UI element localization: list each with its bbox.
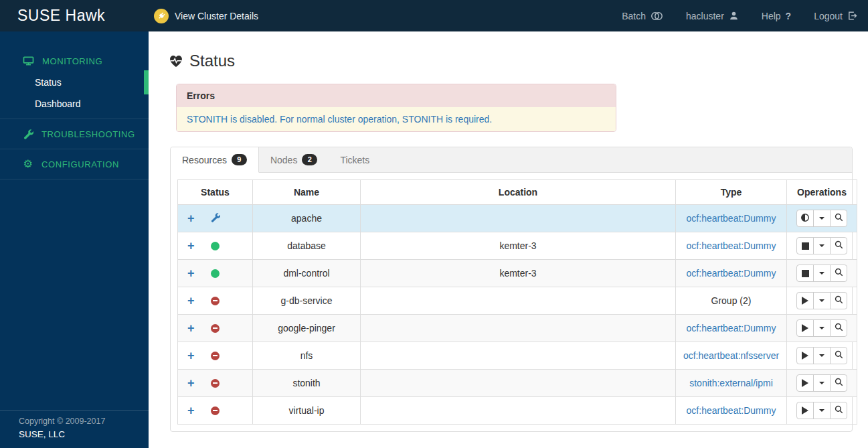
stopped-status-icon (211, 379, 220, 388)
search-icon (835, 213, 843, 224)
details-button[interactable] (830, 292, 847, 309)
caret-down-icon (819, 272, 824, 275)
resource-name: g-db-service (253, 287, 361, 315)
search-icon (835, 323, 843, 333)
caret-down-icon (819, 244, 824, 247)
details-button[interactable] (830, 319, 847, 337)
operations-dropdown-button[interactable] (813, 237, 831, 254)
tab-nodes[interactable]: Nodes 2 (259, 147, 329, 172)
details-button[interactable] (830, 374, 847, 392)
running-status-icon (211, 269, 220, 278)
sidebar-item-monitoring[interactable]: MONITORING (0, 50, 149, 72)
column-header-status: Status (178, 180, 253, 205)
operations-group (796, 265, 847, 282)
primary-operation-button[interactable] (796, 292, 814, 309)
stop-icon (802, 270, 809, 277)
stopped-status-icon (211, 324, 220, 333)
operations-dropdown-button[interactable] (813, 292, 831, 309)
sidebar-item-troubleshooting[interactable]: TROUBLESHOOTING (0, 123, 149, 145)
page-title: Status (189, 52, 235, 70)
operations-dropdown-button[interactable] (813, 347, 831, 364)
table-row: +stonithstonith:external/ipmi (178, 370, 857, 397)
expand-row-icon[interactable]: + (187, 296, 195, 305)
resource-location (361, 315, 676, 342)
details-button[interactable] (830, 237, 847, 254)
expand-row-icon[interactable]: + (187, 323, 195, 333)
resource-name: stonith (253, 370, 361, 397)
primary-operation-button[interactable] (796, 237, 814, 254)
operations-group (796, 237, 847, 254)
resource-location (361, 370, 676, 397)
table-row: +g-db-serviceGroup (2) (178, 287, 857, 315)
resource-type-link[interactable]: ocf:heartbeat:Dummy (687, 268, 776, 279)
tab-bar: Resources 9 Nodes 2 Tickets (171, 147, 852, 173)
user-menu[interactable]: hacluster (686, 11, 739, 21)
tab-label: Tickets (340, 155, 369, 165)
column-header-operations: Operations (787, 180, 857, 205)
alert-title: Errors (177, 84, 616, 107)
sidebar-item-status[interactable]: Status (0, 72, 149, 93)
primary-operation-button[interactable] (796, 402, 814, 419)
play-icon (802, 406, 808, 415)
resource-type-link[interactable]: stonith:external/ipmi (689, 378, 773, 388)
operations-dropdown-button[interactable] (813, 402, 831, 419)
expand-row-icon[interactable]: + (187, 351, 195, 360)
resource-type-link[interactable]: ocf:heartbeat:Dummy (687, 405, 776, 416)
primary-operation-button[interactable] (796, 265, 814, 282)
column-header-type: Type (676, 180, 787, 205)
resource-name: google-pinger (253, 315, 361, 342)
troubleshooting-label: TROUBLESHOOTING (41, 129, 135, 139)
copyright-line: Copyright © 2009-2017 (19, 417, 142, 426)
primary-operation-button[interactable] (796, 210, 814, 227)
primary-operation-button[interactable] (796, 374, 814, 392)
operations-group (796, 210, 847, 227)
operations-dropdown-button[interactable] (813, 374, 831, 392)
details-button[interactable] (830, 210, 847, 227)
primary-operation-button[interactable] (796, 319, 814, 337)
resource-type-link[interactable]: ocf:heartbeat:nfsserver (683, 350, 779, 361)
logout-button[interactable]: Logout (814, 11, 857, 21)
operations-dropdown-button[interactable] (813, 210, 831, 227)
toggle-icon (800, 213, 810, 224)
gear-icon: ⚙ (23, 159, 33, 169)
play-icon (802, 379, 808, 387)
resources-table: Status Name Location Type Operations +ap… (177, 179, 857, 425)
caret-down-icon (819, 382, 824, 384)
help-button[interactable]: Help ? (762, 11, 791, 21)
view-cluster-details-button[interactable]: View Cluster Details (154, 9, 258, 23)
operations-dropdown-button[interactable] (813, 319, 831, 337)
operations-dropdown-button[interactable] (813, 265, 831, 282)
operations-group (796, 347, 847, 364)
expand-row-icon[interactable]: + (187, 378, 195, 388)
errors-alert: Errors STONITH is disabled. For normal c… (176, 84, 616, 132)
resource-name: apache (253, 205, 361, 232)
expand-row-icon[interactable]: + (187, 269, 195, 278)
tab-tickets[interactable]: Tickets (329, 147, 381, 172)
search-icon (835, 295, 843, 306)
sidebar-item-dashboard[interactable]: Dashboard (0, 93, 149, 115)
details-button[interactable] (830, 402, 847, 419)
expand-row-icon[interactable]: + (187, 406, 195, 415)
resource-type-link[interactable]: ocf:heartbeat:Dummy (687, 213, 776, 224)
username-label: hacluster (686, 11, 724, 21)
details-button[interactable] (830, 265, 847, 282)
details-button[interactable] (830, 347, 847, 364)
tab-resources[interactable]: Resources 9 (171, 147, 259, 173)
primary-operation-button[interactable] (796, 347, 814, 364)
configuration-label: CONFIGURATION (41, 159, 119, 169)
table-row: +virtual-ipocf:heartbeat:Dummy (178, 397, 857, 425)
nav-section-monitoring: MONITORING Status Dashboard (0, 50, 149, 119)
resource-type-link[interactable]: ocf:heartbeat:Dummy (687, 240, 776, 251)
help-icon: ? (786, 11, 792, 21)
search-icon (835, 350, 843, 361)
resource-name: nfs (253, 342, 361, 370)
stonith-warning-link[interactable]: STONITH is disabled. For normal cluster … (187, 114, 492, 125)
sidebar-item-configuration[interactable]: ⚙ CONFIGURATION (0, 153, 149, 175)
app-logo[interactable]: SUSE Hawk (0, 7, 149, 25)
batch-button[interactable]: Batch (622, 11, 663, 21)
expand-row-icon[interactable]: + (187, 214, 195, 223)
expand-row-icon[interactable]: + (187, 241, 195, 250)
resource-type-link[interactable]: ocf:heartbeat:Dummy (687, 323, 776, 333)
resource-location (361, 397, 676, 425)
sidebar-footer: Copyright © 2009-2017 SUSE, LLC (0, 410, 149, 448)
